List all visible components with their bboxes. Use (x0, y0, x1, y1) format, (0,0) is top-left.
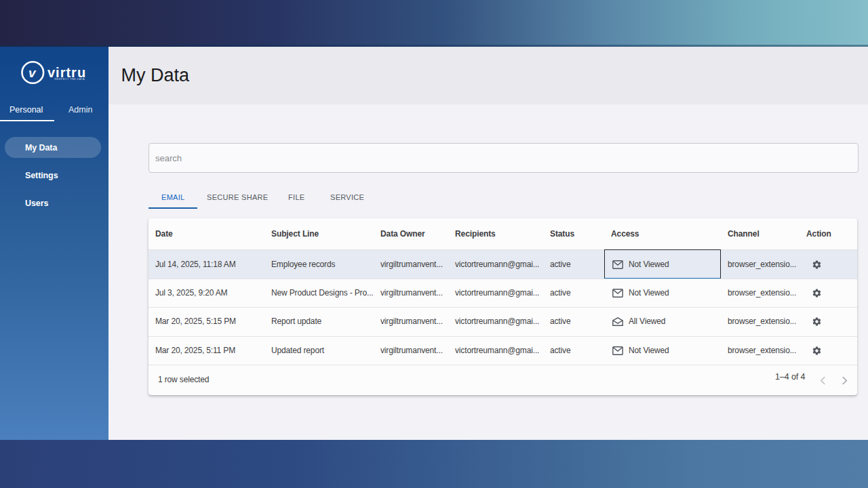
svg-text:RESPECT THE DATA: RESPECT THE DATA (54, 77, 85, 81)
svg-text:v: v (28, 66, 37, 80)
